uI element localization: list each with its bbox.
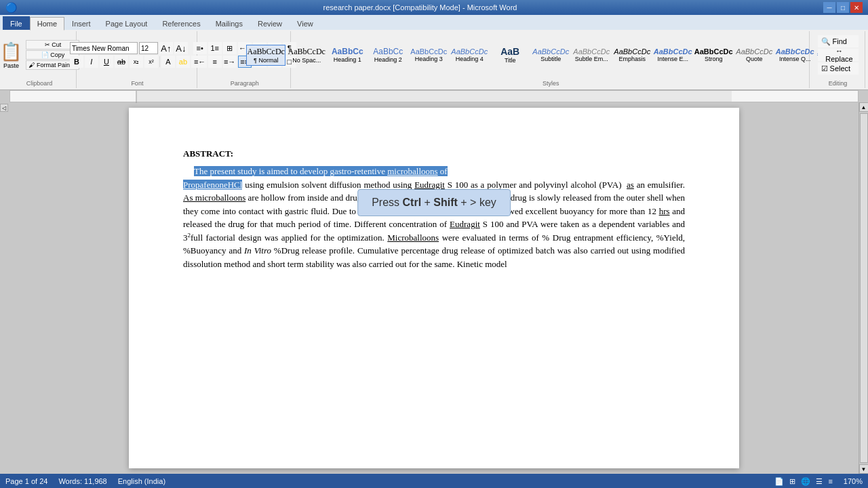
tab-insert[interactable]: Insert: [64, 16, 98, 30]
view-icon-web[interactable]: 🌐: [801, 477, 810, 486]
view-icon-outline[interactable]: ☰: [816, 477, 823, 486]
tab-view[interactable]: View: [290, 16, 321, 30]
minimize-button[interactable]: ─: [823, 2, 835, 13]
view-icon-draft[interactable]: ≡: [828, 477, 832, 485]
tab-file[interactable]: File: [3, 16, 30, 30]
style-heading1[interactable]: AaBbCc Heading 1: [328, 45, 367, 65]
clipboard-group: 📋 Paste ✂ Cut 📄 Copy 🖌 Format Painter Cl…: [3, 31, 77, 88]
tooltip-plus2: + >: [458, 197, 479, 208]
subscript-button[interactable]: x₂: [130, 56, 143, 68]
find-button[interactable]: 🔍 Find: [818, 35, 859, 47]
maximize-button[interactable]: □: [837, 2, 849, 13]
status-bar: Page 1 of 24 Words: 11,968 English (Indi…: [0, 474, 868, 488]
language-indicator: English (India): [118, 477, 165, 485]
tooltip-ctrl: Ctrl: [403, 197, 422, 208]
zoom-level: 170%: [844, 477, 863, 485]
ruler: [9, 90, 859, 102]
ribbon-content: 📋 Paste ✂ Cut 📄 Copy 🖌 Format Painter Cl…: [0, 30, 868, 89]
tab-review[interactable]: Review: [250, 16, 290, 30]
tab-home[interactable]: Home: [30, 17, 64, 30]
font-size-input[interactable]: [139, 42, 158, 54]
highlight-button[interactable]: ab: [176, 56, 190, 68]
document-page: Press Ctrl + Shift + > key ABSTRACT: The…: [129, 108, 739, 468]
tooltip-shift: Shift: [433, 197, 458, 208]
scroll-down-button[interactable]: ▼: [859, 464, 869, 474]
select-button[interactable]: ☑ Select: [818, 62, 859, 75]
replace-button[interactable]: ↔ Replace: [818, 49, 859, 61]
document-scroll-area[interactable]: Press Ctrl + Shift + > key ABSTRACT: The…: [9, 102, 859, 474]
style-normal[interactable]: AaBbCcDc ¶ Normal: [246, 45, 285, 66]
tooltip-plus1: +: [421, 197, 433, 208]
title-bar: 🔵 research paper.docx [Compatibility Mod…: [0, 0, 868, 15]
numbering-button[interactable]: 1≡: [208, 42, 222, 54]
document-area: ◁ Press Ctrl + Shift + > key ABSTRACT: T…: [0, 102, 868, 474]
scrollbar-right[interactable]: ▲ ▼: [859, 102, 868, 474]
paste-button[interactable]: 📋 Paste: [0, 40, 23, 70]
style-heading2[interactable]: AaBbCc Heading 2: [368, 45, 408, 65]
style-subtle-em[interactable]: AaBbCcDc Subtle Em...: [572, 45, 611, 64]
text-effects-button[interactable]: A: [161, 56, 175, 68]
bold-button[interactable]: B: [70, 56, 83, 68]
style-subtitle[interactable]: AaBbCcDc Subtitle: [531, 45, 570, 64]
style-heading4[interactable]: AaBbCcDc Heading 4: [450, 45, 489, 64]
window-title: research paper.docx [Compatibility Mode]…: [17, 3, 823, 12]
ribbon-tabs: File Home Insert Page Layout References …: [0, 15, 868, 30]
close-button[interactable]: ✕: [850, 2, 863, 13]
tooltip-prefix: Press: [372, 197, 402, 208]
abstract-paragraph: The present study is aimed to develop ga…: [183, 165, 685, 270]
italic-button[interactable]: I: [85, 56, 98, 68]
view-icon-print[interactable]: 📄: [774, 477, 784, 486]
scroll-up-button[interactable]: ▲: [859, 102, 869, 112]
styles-container: AaBbCcDc ¶ Normal AaBbCcDc No Spac... Aa…: [246, 33, 855, 87]
style-emphasis[interactable]: AaBbCcDc Emphasis: [612, 45, 652, 64]
align-right-button[interactable]: ≡→: [223, 56, 237, 68]
underline-button[interactable]: U: [100, 56, 113, 68]
multilevel-list-button[interactable]: ⊞: [223, 42, 237, 54]
clipboard-label: Clipboard: [26, 80, 53, 87]
font-group-label: Font: [131, 80, 143, 87]
style-quote[interactable]: AaBbCcDc Quote: [734, 45, 774, 64]
strikethrough-button[interactable]: ab: [115, 56, 128, 68]
ribbon: File Home Insert Page Layout References …: [0, 15, 868, 90]
abstract-label: ABSTRACT:: [183, 148, 685, 159]
shortcut-tooltip: Press Ctrl + Shift + > key: [357, 189, 511, 216]
style-strong[interactable]: AaBbCcDc Strong: [694, 45, 733, 64]
tab-mailings[interactable]: Mailings: [208, 16, 250, 30]
tooltip-key: key: [479, 197, 496, 208]
scrollbar-left: ◁: [0, 102, 9, 474]
style-title[interactable]: AaB Title: [490, 44, 530, 66]
style-heading3[interactable]: AaBbCcDc Heading 3: [409, 45, 448, 64]
shrink-font-button[interactable]: A↓: [174, 42, 188, 54]
tab-page-layout[interactable]: Page Layout: [98, 16, 155, 30]
style-intense-q[interactable]: AaBbCcDc Intense Q...: [775, 45, 814, 64]
styles-group: AaBbCcDc ¶ Normal AaBbCcDc No Spac... Aa…: [292, 31, 810, 88]
grow-font-button[interactable]: A↑: [159, 42, 173, 54]
word-count: Words: 11,968: [58, 477, 106, 485]
ruler-container: [0, 90, 868, 102]
page-indicator: Page 1 of 24: [5, 477, 47, 485]
editing-label: Editing: [829, 80, 848, 87]
selected-text-region: The present study is aimed to develop ga…: [183, 166, 448, 190]
view-icon-fullscreen[interactable]: ⊞: [789, 477, 795, 486]
style-no-spacing[interactable]: AaBbCcDc No Spac...: [287, 45, 326, 66]
superscript-button[interactable]: x²: [144, 56, 158, 68]
align-left-button[interactable]: ≡←: [193, 56, 207, 68]
align-center-button[interactable]: ≡: [208, 56, 222, 68]
editing-group: 🔍 Find ↔ Replace ☑ Select Editing: [811, 31, 865, 88]
tab-references[interactable]: References: [155, 16, 208, 30]
style-intense-e[interactable]: AaBbCcDc Intense E...: [653, 45, 692, 64]
font-name-input[interactable]: [70, 42, 138, 54]
font-group: A↑ A↓ B I U ab x₂ x² A ab A Font: [78, 31, 197, 88]
doc-collapse-button[interactable]: ◁: [0, 104, 8, 112]
bullets-button[interactable]: ≡•: [193, 42, 207, 54]
styles-label: Styles: [542, 80, 559, 87]
scroll-thumb[interactable]: [860, 113, 868, 463]
